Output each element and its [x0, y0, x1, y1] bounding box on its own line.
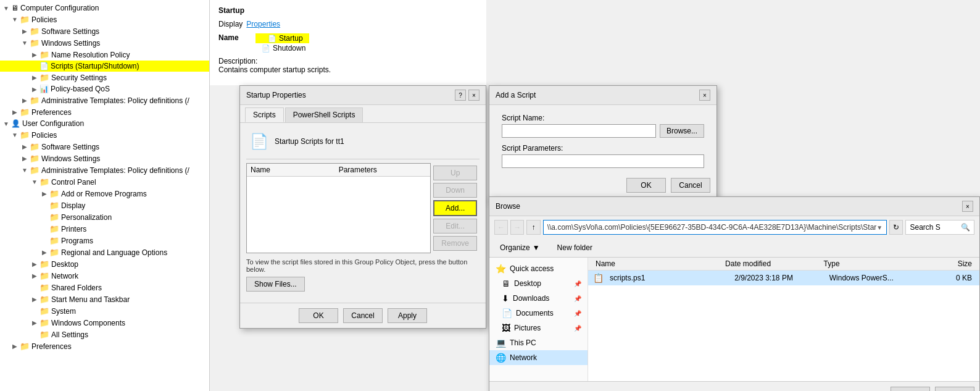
sidebar-this-pc[interactable]: 💻 This PC: [489, 335, 588, 350]
browse-cancel-button[interactable]: Cancel: [935, 387, 974, 391]
tree-item-software-settings-1[interactable]: ▶ 📁 Software Settings: [0, 25, 209, 37]
tree-item-policies-1[interactable]: ▼ 📁 Policies: [0, 14, 209, 25]
up-button[interactable]: Up: [433, 166, 477, 180]
tree-item-shared-folders[interactable]: 📁 Shared Folders: [0, 282, 209, 293]
search-icon: 🔍: [961, 223, 970, 232]
startup-item: 📄 Startup: [255, 33, 309, 43]
add-script-ok-button[interactable]: OK: [626, 178, 666, 193]
script-table-wrapper: Name Parameters Up Down Add... Edit... R…: [246, 163, 480, 253]
tree-item-computer-config[interactable]: ▼ 🖥 Computer Configuration: [0, 2, 209, 14]
down-button[interactable]: Down: [433, 183, 477, 198]
col-size-header: Size: [920, 259, 974, 268]
script-params-input[interactable]: [502, 154, 704, 168]
tree-item-policies-2[interactable]: ▼ 📁 Policies: [0, 129, 209, 141]
tree-item-windows-components[interactable]: ▶ 📁 Windows Components: [0, 317, 209, 329]
file-list-header: Name Date modified Type Size: [588, 258, 979, 271]
tree-label: User Configuration: [22, 119, 84, 128]
startup-properties-dialog: Startup Properties ? × Scripts PowerShel…: [239, 85, 486, 329]
browse-content: ⭐ Quick access 🖥 Desktop 📌 ⬇ Downloads 📌…: [489, 258, 979, 381]
tree-item-network[interactable]: ▶ 📁 Network: [0, 270, 209, 282]
tree-item-name-resolution[interactable]: ▶ 📁 Name Resolution Policy: [0, 49, 209, 61]
tree-item-scripts[interactable]: 📄 Scripts (Startup/Shutdown): [0, 61, 209, 72]
close-button[interactable]: ×: [468, 90, 480, 101]
expand-icon: ▼: [10, 16, 20, 23]
remove-button[interactable]: Remove: [433, 236, 477, 251]
tree-item-preferences-2[interactable]: ▶ 📁 Preferences: [0, 340, 209, 352]
forward-button[interactable]: →: [510, 220, 524, 235]
browse-footer: Open Cancel: [489, 381, 979, 391]
col-name: Name: [251, 166, 339, 174]
tree-label: Administrative Templates: Policy definit…: [41, 96, 189, 105]
script-doc-icon: 📄: [250, 133, 268, 150]
folder-icon: 📁: [20, 107, 30, 117]
up-button[interactable]: ↑: [526, 220, 540, 235]
tree-item-windows-settings-1[interactable]: ▼ 📁 Windows Settings: [0, 37, 209, 49]
add-button[interactable]: Add...: [433, 200, 477, 216]
tree-label: Windows Settings: [41, 154, 100, 163]
show-files-button[interactable]: Show Files...: [246, 277, 305, 292]
shutdown-item: 📄 Shutdown: [258, 43, 309, 53]
tree-item-control-panel[interactable]: ▼ 📁 Control Panel: [0, 176, 209, 188]
properties-link[interactable]: Properties: [246, 20, 280, 28]
tree-item-user-config[interactable]: ▼ 👤 User Configuration: [0, 118, 209, 129]
back-button[interactable]: ←: [494, 220, 508, 235]
edit-button[interactable]: Edit...: [433, 219, 477, 233]
help-button[interactable]: ?: [455, 90, 466, 101]
tree-item-printers[interactable]: 📁 Printers: [0, 223, 209, 235]
tree-item-personalization[interactable]: 📁 Personalization: [0, 211, 209, 223]
add-script-cancel-button[interactable]: Cancel: [671, 178, 710, 193]
tree-item-admin-templates-2[interactable]: ▼ 📁 Administrative Templates: Policy def…: [0, 164, 209, 176]
file-row-scripts-ps1[interactable]: 📋 scripts.ps1 2/9/2023 3:18 PM Windows P…: [588, 271, 979, 285]
tree-item-security-settings[interactable]: ▶ 📁 Security Settings: [0, 72, 209, 83]
tree-item-admin-templates-1[interactable]: ▶ 📁 Administrative Templates: Policy def…: [0, 95, 209, 106]
new-folder-button[interactable]: New folder: [550, 241, 599, 254]
name-column-header: Name: [218, 33, 255, 42]
tab-scripts[interactable]: Scripts: [245, 107, 284, 122]
add-script-titlebar: Add a Script ×: [489, 86, 716, 105]
add-script-title: Add a Script: [496, 91, 536, 99]
tree-item-preferences-1[interactable]: ▶ 📁 Preferences: [0, 106, 209, 118]
folder-icon: 📁: [39, 73, 49, 82]
sidebar-documents[interactable]: 📄 Documents 📌: [489, 306, 588, 321]
organize-button[interactable]: Organize ▼: [494, 241, 546, 254]
script-info-text: Startup Scripts for tt1: [275, 137, 344, 146]
folder-icon: 📁: [20, 130, 30, 140]
tree-item-add-remove[interactable]: ▶ 📁 Add or Remove Programs: [0, 188, 209, 200]
sidebar-desktop[interactable]: 🖥 Desktop 📌: [489, 276, 588, 291]
tree-item-software-settings-2[interactable]: ▶ 📁 Software Settings: [0, 141, 209, 153]
browse-close-button[interactable]: ×: [962, 201, 973, 212]
folder-icon: 📁: [39, 283, 49, 292]
address-bar[interactable]: \\a.com\SysVol\a.com\Policies\{5EE96627-…: [543, 220, 887, 235]
search-box[interactable]: Search S 🔍: [905, 220, 974, 235]
organize-label: Organize: [500, 243, 530, 252]
cancel-button[interactable]: Cancel: [343, 308, 383, 323]
apply-button[interactable]: Apply: [388, 308, 427, 323]
tree-item-desktop[interactable]: ▶ 📁 Desktop: [0, 258, 209, 270]
tree-item-programs[interactable]: 📁 Programs: [0, 235, 209, 246]
browse-button[interactable]: Browse...: [660, 124, 704, 138]
script-name-input[interactable]: [502, 124, 656, 138]
sidebar-network[interactable]: 🌐 Network: [489, 350, 588, 365]
tree-item-policy-qos[interactable]: ▶ 📊 Policy-based QoS: [0, 83, 209, 95]
sidebar-downloads[interactable]: ⬇ Downloads 📌: [489, 291, 588, 306]
tree-item-system[interactable]: 📁 System: [0, 305, 209, 317]
add-script-close-button[interactable]: ×: [699, 90, 710, 101]
script-params-group: Script Parameters:: [496, 144, 710, 168]
file-date: 2/9/2023 3:18 PM: [732, 274, 827, 282]
desktop-icon: 🖥: [502, 279, 510, 288]
tree-item-start-menu[interactable]: ▶ 📁 Start Menu and Taskbar: [0, 293, 209, 305]
refresh-button[interactable]: ↻: [889, 220, 903, 235]
tab-powershell[interactable]: PowerShell Scripts: [285, 107, 363, 122]
sidebar-pictures[interactable]: 🖼 Pictures 📌: [489, 321, 588, 335]
tree-label: Security Settings: [51, 74, 107, 82]
tree-item-display[interactable]: 📁 Display: [0, 200, 209, 211]
tree-item-windows-settings-2[interactable]: ▶ 📁 Windows Settings: [0, 153, 209, 164]
folder-icon: 📁: [49, 236, 59, 245]
tree-item-all-settings[interactable]: 📁 All Settings: [0, 329, 209, 340]
browse-titlebar: Browse ×: [489, 197, 979, 216]
ok-button[interactable]: OK: [299, 308, 338, 323]
browse-main: Name Date modified Type Size 📋 scripts.p…: [588, 258, 979, 381]
tree-item-regional[interactable]: ▶ 📁 Regional and Language Options: [0, 246, 209, 258]
open-button[interactable]: Open: [891, 387, 930, 391]
description-text: Contains computer startup scripts.: [218, 65, 331, 74]
